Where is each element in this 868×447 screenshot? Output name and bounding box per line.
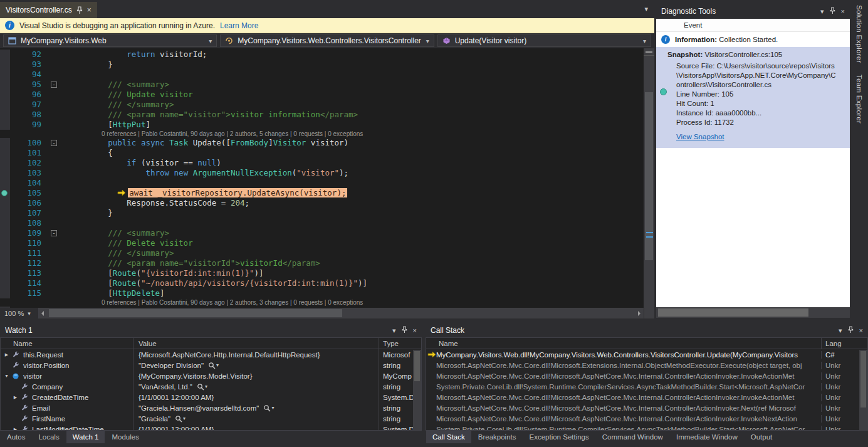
- fold-margin[interactable]: -: [48, 228, 63, 238]
- tab-command-window[interactable]: Command Window: [596, 431, 669, 443]
- code-line[interactable]: 92 return visitorId;: [0, 50, 644, 60]
- code-line[interactable]: 104: [0, 178, 644, 188]
- vertical-tab-team-explorer[interactable]: Team Explorer: [855, 75, 863, 124]
- glyph-margin[interactable]: [0, 148, 10, 158]
- column-header-lang[interactable]: Lang: [822, 338, 867, 349]
- fold-margin[interactable]: [48, 168, 63, 178]
- zoom-dropdown[interactable]: 100 % ▾: [0, 308, 39, 318]
- diagnostic-horizontal-scrollbar[interactable]: [656, 307, 850, 318]
- code-line[interactable]: 109- /// <summary>: [0, 228, 644, 238]
- fold-margin[interactable]: [48, 218, 63, 228]
- chevron-down-icon[interactable]: ▾: [205, 384, 207, 389]
- glyph-margin[interactable]: [0, 110, 10, 120]
- glyph-margin[interactable]: [0, 80, 10, 90]
- callstack-row[interactable]: Microsoft.AspNetCore.Mvc.Core.dll!Micros…: [426, 360, 867, 371]
- scrollbar-thumb[interactable]: [645, 92, 653, 260]
- fold-margin[interactable]: -: [48, 80, 63, 90]
- callstack-row[interactable]: Microsoft.AspNetCore.Mvc.Core.dll!Micros…: [426, 413, 867, 424]
- fold-margin[interactable]: [48, 120, 63, 130]
- watch-row[interactable]: visitor.Position"Developer Division"▾str…: [1, 360, 421, 371]
- scrollbar-thumb[interactable]: [49, 309, 342, 317]
- magnifier-icon[interactable]: [263, 404, 271, 412]
- glyph-margin[interactable]: [0, 268, 10, 278]
- code-editor[interactable]: 92 return visitorId;93 }9495- /// <summa…: [0, 48, 654, 308]
- watch-vertical-scrollbar[interactable]: [413, 350, 421, 430]
- fold-margin[interactable]: [48, 208, 63, 218]
- pin-icon[interactable]: [830, 7, 835, 16]
- magnifier-icon[interactable]: [197, 383, 204, 391]
- codelens-row[interactable]: 0 references | Pablo Costantini, 90 days…: [0, 298, 644, 307]
- code-line[interactable]: 108: [0, 218, 644, 228]
- scrollbar-thumb[interactable]: [414, 351, 420, 381]
- document-tab[interactable]: VisitorsController.cs ×: [0, 2, 97, 18]
- code-line[interactable]: 96 /// Update visitor: [0, 90, 644, 100]
- close-icon[interactable]: ×: [859, 327, 863, 334]
- code-line[interactable]: 107 }: [0, 208, 644, 218]
- fold-margin[interactable]: [48, 148, 63, 158]
- tab-call-stack[interactable]: Call Stack: [426, 431, 471, 443]
- glyph-margin[interactable]: [0, 168, 10, 178]
- editor-vertical-scrollbar[interactable]: [644, 56, 654, 308]
- glyph-margin[interactable]: [0, 258, 10, 268]
- code-line[interactable]: 101 {: [0, 148, 644, 158]
- code-line[interactable]: 114 [Route("~/noauth/api/visitors/{visit…: [0, 278, 644, 288]
- glyph-margin[interactable]: [0, 70, 10, 80]
- expander-icon[interactable]: ▼: [3, 374, 10, 378]
- fold-margin[interactable]: [48, 278, 63, 288]
- tab-exception-settings[interactable]: Exception Settings: [523, 431, 595, 443]
- fold-margin[interactable]: -: [48, 138, 63, 148]
- pin-icon[interactable]: [402, 326, 407, 335]
- fold-margin[interactable]: [48, 248, 63, 258]
- watch-titlebar[interactable]: Watch 1 ▾ ×: [0, 323, 422, 337]
- chevron-down-icon[interactable]: ▾: [392, 327, 396, 334]
- watch-row[interactable]: Email"Graciela.Hansen@vanarsdelltd.com"▾…: [1, 402, 421, 413]
- tab-watch-1[interactable]: Watch 1: [66, 431, 105, 443]
- code-line[interactable]: 113 [Route("{visitorId:int:min(1)}")]: [0, 268, 644, 278]
- callstack-row[interactable]: System.Private.CoreLib.dll!System.Runtim…: [426, 424, 867, 431]
- callstack-vertical-scrollbar[interactable]: [859, 350, 867, 430]
- expander-icon[interactable]: ▶: [3, 352, 10, 357]
- project-dropdown[interactable]: MyCompany.Visitors.Web ▾: [3, 34, 217, 47]
- code-line[interactable]: 93 }: [0, 60, 644, 70]
- glyph-margin[interactable]: [0, 60, 10, 70]
- expander-icon[interactable]: ▶: [12, 395, 19, 400]
- glyph-margin[interactable]: [0, 90, 10, 100]
- glyph-margin[interactable]: [0, 278, 10, 288]
- callstack-row[interactable]: Microsoft.AspNetCore.Mvc.Core.dll!Micros…: [426, 371, 867, 381]
- code-line[interactable]: 94: [0, 70, 644, 80]
- member-dropdown[interactable]: Update(Visitor visitor) ▾: [437, 34, 651, 47]
- glyph-margin[interactable]: [0, 188, 10, 198]
- fold-margin[interactable]: [48, 188, 63, 198]
- scrollbar-thumb[interactable]: [658, 308, 808, 317]
- fold-margin[interactable]: [48, 70, 63, 80]
- pin-icon[interactable]: [76, 6, 83, 14]
- code-line[interactable]: 98 /// <param name="visitor">visitor inf…: [0, 110, 644, 120]
- collection-started-event[interactable]: i Information: Collection Started.: [656, 32, 850, 47]
- code-line[interactable]: 112 /// <param name="visitorId">visitorI…: [0, 258, 644, 268]
- glyph-margin[interactable]: [0, 120, 10, 130]
- chevron-down-icon[interactable]: ▾: [183, 416, 186, 421]
- fold-margin[interactable]: [48, 238, 63, 248]
- editor-split-handle[interactable]: [644, 48, 654, 56]
- code-line[interactable]: 95- /// <summary>: [0, 80, 644, 90]
- watch-row[interactable]: ▶this.Request{Microsoft.AspNetCore.Http.…: [1, 349, 421, 360]
- tab-list-chevron-icon[interactable]: ▾: [644, 5, 648, 13]
- watch-row[interactable]: FirstName"Graciela"▾string: [1, 413, 421, 424]
- fold-margin[interactable]: [48, 110, 63, 120]
- callstack-titlebar[interactable]: Call Stack ▾ ×: [426, 323, 868, 337]
- close-icon[interactable]: ×: [841, 8, 845, 15]
- chevron-down-icon[interactable]: ▾: [216, 362, 219, 368]
- code-line[interactable]: 102 if (visitor == null): [0, 158, 644, 168]
- tab-autos[interactable]: Autos: [1, 431, 31, 443]
- tab-immediate-window[interactable]: Immediate Window: [670, 431, 744, 443]
- diagnostic-tools-titlebar[interactable]: Diagnostic Tools ▾ ×: [656, 4, 850, 19]
- callstack-row[interactable]: Microsoft.AspNetCore.Mvc.Core.dll!Micros…: [426, 402, 867, 413]
- code-line[interactable]: 103 throw new ArgumentNullException("vis…: [0, 168, 644, 178]
- fold-margin[interactable]: [48, 90, 63, 100]
- fold-margin[interactable]: [48, 258, 63, 268]
- view-snapshot-link[interactable]: View Snapshot: [676, 132, 845, 142]
- watch-row[interactable]: ▼visitor{MyCompany.Visitors.Model.Visito…: [1, 371, 421, 381]
- glyph-margin[interactable]: [0, 138, 10, 148]
- codelens-row[interactable]: 0 references | Pablo Costantini, 90 days…: [0, 130, 644, 138]
- fold-margin[interactable]: [48, 100, 63, 110]
